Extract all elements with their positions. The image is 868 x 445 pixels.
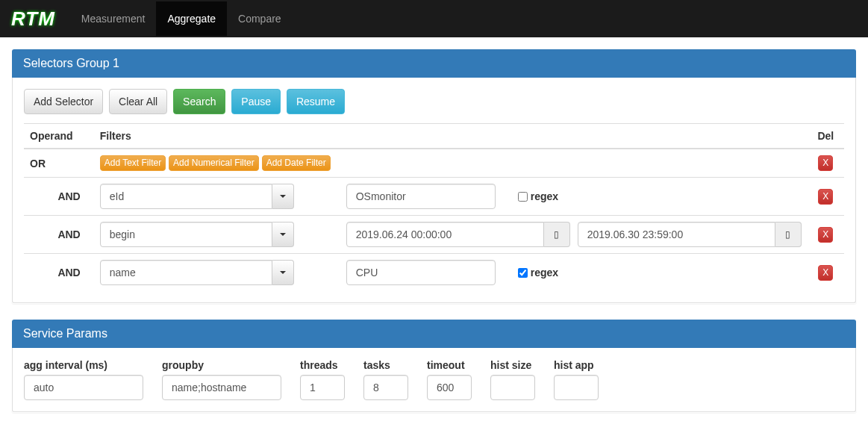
hist-app-label: hist app (554, 359, 599, 371)
delete-filter-button[interactable]: X (818, 265, 833, 281)
resume-button[interactable]: Resume (287, 89, 345, 114)
threads-input[interactable] (300, 375, 345, 400)
hist-size-label: hist size (490, 359, 535, 371)
delete-or-button[interactable]: X (818, 155, 833, 171)
regex-checkbox[interactable] (518, 268, 528, 278)
filters-table: Operand Filters Del OR Add Text Filter A… (24, 123, 844, 291)
col-del: Del (808, 124, 844, 149)
date-from-input[interactable] (346, 222, 544, 247)
hist-size-input[interactable] (490, 375, 535, 400)
regex-checkbox[interactable] (518, 192, 528, 202)
field-select[interactable] (100, 260, 273, 285)
operand-and: AND (24, 216, 94, 254)
operand-and: AND (24, 178, 94, 216)
value-input[interactable] (346, 260, 496, 285)
filter-row: AND (24, 178, 844, 216)
add-date-filter-button[interactable]: Add Date Filter (262, 155, 331, 171)
delete-filter-button[interactable]: X (818, 189, 833, 205)
col-filters: Filters (94, 124, 808, 149)
selectors-panel-title: Selectors Group 1 (12, 49, 856, 78)
pause-button[interactable]: Pause (231, 89, 281, 114)
timeout-input[interactable] (427, 375, 472, 400)
search-button[interactable]: Search (173, 89, 225, 114)
field-select[interactable] (100, 184, 273, 209)
calendar-to-button[interactable]: ▯ (775, 222, 802, 247)
calendar-icon: ▯ (554, 229, 559, 240)
operand-or: OR (30, 158, 46, 169)
delete-filter-button[interactable]: X (818, 227, 833, 243)
nav-aggregate[interactable]: Aggregate (156, 1, 227, 36)
field-dropdown-toggle[interactable] (272, 184, 293, 209)
timeout-label: timeout (427, 359, 472, 371)
field-select[interactable] (100, 222, 273, 247)
chevron-down-icon (280, 195, 286, 198)
threads-label: threads (300, 359, 345, 371)
clear-all-button[interactable]: Clear All (109, 89, 167, 114)
tasks-label: tasks (363, 359, 408, 371)
col-operand: Operand (24, 124, 94, 149)
operand-and: AND (24, 254, 94, 292)
add-numerical-filter-button[interactable]: Add Numerical Filter (169, 155, 259, 171)
field-dropdown-toggle[interactable] (272, 260, 293, 285)
groupby-input[interactable] (162, 375, 281, 400)
regex-label: regex (531, 190, 558, 202)
calendar-icon: ▯ (785, 229, 790, 240)
agg-interval-label: agg interval (ms) (24, 359, 143, 371)
agg-interval-input[interactable] (24, 375, 143, 400)
filter-row: AND (24, 254, 844, 292)
service-params-title: Service Params (12, 320, 856, 348)
value-input[interactable] (346, 184, 496, 209)
calendar-from-button[interactable]: ▯ (544, 222, 570, 247)
field-dropdown-toggle[interactable] (272, 222, 293, 247)
add-selector-button[interactable]: Add Selector (24, 89, 103, 114)
nav-measurement[interactable]: Measurement (70, 1, 157, 36)
chevron-down-icon (280, 233, 286, 236)
chevron-down-icon (280, 271, 286, 274)
selectors-panel: Selectors Group 1 Add Selector Clear All… (11, 49, 857, 304)
groupby-label: groupby (162, 359, 281, 371)
service-params-panel: Service Params agg interval (ms) groupby… (11, 319, 857, 413)
hist-app-input[interactable] (554, 375, 599, 400)
or-row: OR Add Text Filter Add Numerical Filter … (24, 149, 844, 178)
add-text-filter-button[interactable]: Add Text Filter (100, 155, 166, 171)
regex-label: regex (531, 267, 558, 278)
brand-logo: RTM (11, 7, 55, 31)
top-navbar: RTM Measurement Aggregate Compare (0, 0, 868, 37)
tasks-input[interactable] (363, 375, 408, 400)
nav-compare[interactable]: Compare (227, 1, 293, 36)
filter-row: AND ▯ (24, 216, 844, 254)
date-to-input[interactable] (578, 222, 775, 247)
